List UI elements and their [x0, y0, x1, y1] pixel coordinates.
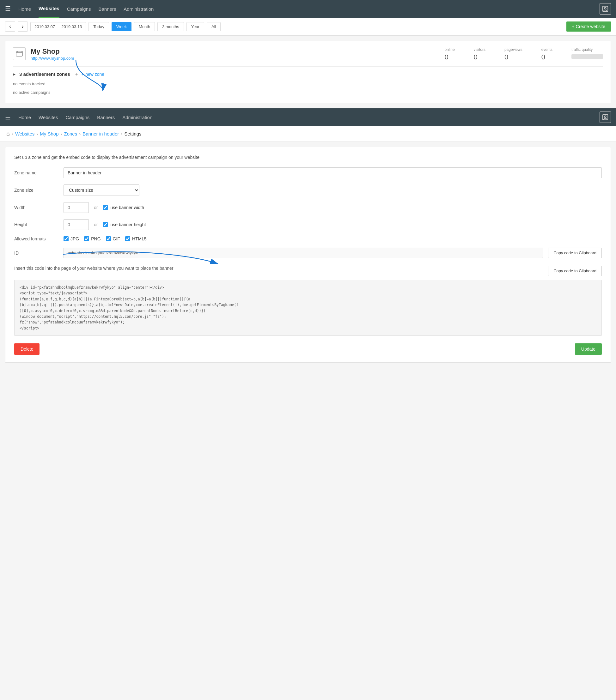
- svg-point-1: [604, 7, 606, 9]
- breadcrumb-banner[interactable]: Banner in header: [83, 131, 119, 136]
- height-input[interactable]: [63, 219, 89, 230]
- id-input[interactable]: [63, 248, 543, 258]
- form-description: Set up a zone and get the embed code to …: [14, 155, 602, 160]
- formats-row: Allowed formats JPG PNG GIF HTML5: [14, 236, 602, 241]
- id-row: ID Copy code to Clipboard: [14, 248, 602, 258]
- nav2-home[interactable]: Home: [19, 109, 31, 126]
- height-label: Height: [14, 222, 59, 227]
- embed-section: Insert this code into the page of your w…: [14, 266, 602, 336]
- zone-size-row: Zone size Custom size: [14, 185, 602, 196]
- height-or: or: [94, 222, 98, 227]
- menu-icon-1[interactable]: ☰: [5, 5, 11, 13]
- all-btn[interactable]: All: [207, 22, 221, 31]
- nav1-websites[interactable]: Websites: [39, 0, 59, 18]
- create-website-btn[interactable]: + Create website: [566, 22, 611, 32]
- id-label: ID: [14, 250, 59, 255]
- width-or: or: [94, 205, 98, 210]
- home-icon[interactable]: ⌂: [6, 130, 10, 137]
- breadcrumb: ⌂ › Websites › My Shop › Zones › Banner …: [0, 126, 616, 142]
- navbar-2: ☰ Home Websites Campaigns Banners Admini…: [0, 108, 616, 126]
- next-btn[interactable]: ›: [18, 22, 28, 32]
- svg-rect-2: [16, 51, 22, 56]
- nav1-campaigns[interactable]: Campaigns: [67, 1, 91, 17]
- use-banner-height-checkbox[interactable]: [103, 222, 108, 227]
- traffic-quality-label: traffic quality: [571, 47, 603, 52]
- breadcrumb-shop[interactable]: My Shop: [40, 131, 59, 136]
- nav1-administration[interactable]: Administration: [124, 1, 153, 17]
- user-icon-1[interactable]: [600, 3, 611, 14]
- sep-1: ›: [12, 131, 13, 136]
- visitors-value: 0: [474, 53, 485, 61]
- nav2-campaigns[interactable]: Campaigns: [65, 109, 89, 126]
- width-input[interactable]: [63, 202, 89, 213]
- format-html5-checkbox[interactable]: [125, 236, 130, 241]
- embed-description: Insert this code into the page of your w…: [14, 266, 173, 271]
- nav2-banners[interactable]: Banners: [97, 109, 115, 126]
- week-btn[interactable]: Week: [112, 22, 132, 31]
- zone-name-label: Zone name: [14, 170, 59, 175]
- three-months-btn[interactable]: 3 months: [157, 22, 184, 31]
- format-jpg-checkbox[interactable]: [63, 236, 69, 241]
- copy-code-btn-2[interactable]: Copy code to Clipboard: [548, 266, 602, 276]
- zone-name-row: Zone name: [14, 167, 602, 178]
- use-banner-height-label: use banner height: [110, 222, 146, 227]
- breadcrumb-zones[interactable]: Zones: [64, 131, 77, 136]
- zone-name-input[interactable]: [63, 167, 602, 178]
- visitors-label: visitors: [474, 47, 485, 52]
- site-url[interactable]: http://www.myshop.com: [30, 56, 74, 61]
- zones-label: 3 advertisement zones: [19, 71, 70, 77]
- zone-size-select[interactable]: Custom size: [63, 185, 139, 196]
- prev-btn[interactable]: ‹: [5, 22, 15, 32]
- update-btn[interactable]: Update: [575, 343, 602, 355]
- site-name: My Shop: [30, 47, 74, 55]
- width-row: Width or use banner width: [14, 202, 602, 213]
- format-gif-checkbox[interactable]: [106, 236, 111, 241]
- website-card: My Shop http://www.myshop.com online 0 v…: [5, 41, 611, 103]
- format-png-checkbox[interactable]: [84, 236, 89, 241]
- nav1-home[interactable]: Home: [19, 1, 31, 17]
- online-value: 0: [445, 53, 455, 61]
- events-value: 0: [541, 53, 553, 61]
- formats-group: JPG PNG GIF HTML5: [63, 236, 147, 241]
- copy-code-btn-1[interactable]: Copy code to Clipboard: [548, 248, 602, 258]
- format-html5-label: HTML5: [132, 236, 147, 241]
- nav2-administration[interactable]: Administration: [122, 109, 152, 126]
- events-label: events: [541, 47, 553, 52]
- no-events-row: no events tracked: [13, 79, 603, 88]
- user-icon-2[interactable]: [600, 112, 611, 123]
- new-zone-link[interactable]: + new zone: [82, 72, 104, 77]
- delete-btn[interactable]: Delete: [14, 343, 39, 355]
- sep-5: ›: [121, 131, 122, 136]
- svg-point-5: [604, 116, 606, 117]
- breadcrumb-websites[interactable]: Websites: [15, 131, 35, 136]
- sep-3: ›: [61, 131, 62, 136]
- format-jpg-label: JPG: [71, 236, 79, 241]
- use-banner-height-group: use banner height: [103, 222, 146, 227]
- pageviews-value: 0: [504, 53, 522, 61]
- nav2-websites[interactable]: Websites: [39, 109, 58, 126]
- online-label: online: [445, 47, 455, 52]
- pageviews-label: pageviews: [504, 47, 522, 52]
- sep-4: ›: [79, 131, 81, 136]
- embed-code: <div id="pxfatahndkcolmqbuefzramvkekrwfy…: [14, 280, 602, 336]
- use-banner-width-checkbox[interactable]: [103, 205, 108, 210]
- month-btn[interactable]: Month: [134, 22, 155, 31]
- site-icon: [13, 47, 26, 60]
- height-row: Height or use banner height: [14, 219, 602, 230]
- today-btn[interactable]: Today: [88, 22, 109, 31]
- menu-icon-2[interactable]: ☰: [5, 113, 11, 121]
- toolbar: ‹ › 2019.03.07 — 2019.03.13 Today Week M…: [0, 18, 616, 36]
- zones-toggle[interactable]: ▸: [13, 71, 15, 77]
- sep-2: ›: [36, 131, 38, 136]
- form-section: Set up a zone and get the embed code to …: [5, 147, 611, 363]
- year-btn[interactable]: Year: [186, 22, 204, 31]
- form-actions: Delete Update: [14, 343, 602, 355]
- format-gif-label: GIF: [113, 236, 120, 241]
- nav1-banners[interactable]: Banners: [98, 1, 116, 17]
- format-png-label: PNG: [91, 236, 100, 241]
- use-banner-width-group: use banner width: [103, 205, 144, 210]
- date-range: 2019.03.07 — 2019.03.13: [30, 22, 86, 31]
- formats-label: Allowed formats: [14, 236, 59, 241]
- no-campaigns-row: no active campaigns: [13, 88, 603, 97]
- width-label: Width: [14, 205, 59, 210]
